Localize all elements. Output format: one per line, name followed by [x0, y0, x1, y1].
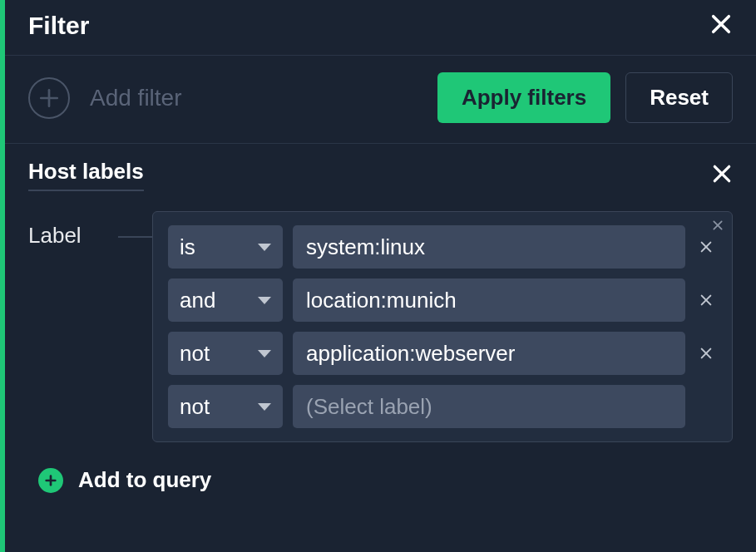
remove-rule-button[interactable]: [695, 342, 717, 365]
rule-row: issystem:linux: [168, 225, 717, 269]
operator-select[interactable]: not: [168, 385, 283, 428]
rules-box: issystem:linuxandlocation:munichnotappli…: [152, 211, 733, 442]
close-panel-button[interactable]: [709, 12, 733, 40]
panel-title: Filter: [28, 12, 89, 40]
plus-icon: [38, 468, 63, 493]
operator-select[interactable]: is: [168, 225, 283, 269]
label-connector: [118, 236, 153, 238]
operator-value: and: [180, 288, 215, 313]
label-value-input[interactable]: system:linux: [293, 225, 685, 269]
operator-select[interactable]: not: [168, 332, 283, 375]
toolbar-buttons: Apply filters Reset: [437, 72, 733, 123]
chevron-down-icon: [258, 244, 271, 251]
label-value-input[interactable]: application:webserver: [293, 332, 685, 375]
rule-row: not(Select label): [168, 385, 717, 428]
reset-button[interactable]: Reset: [625, 72, 733, 123]
toolbar: Add filter Apply filters Reset: [5, 55, 756, 144]
operator-value: not: [180, 341, 210, 367]
rule-row: andlocation:munich: [168, 278, 717, 322]
operator-select[interactable]: and: [168, 278, 283, 322]
plus-circle-icon: [28, 77, 70, 119]
filter-panel: Filter Add filter Apply filters Reset Ho…: [0, 0, 756, 552]
section-header: Host labels: [28, 159, 733, 191]
section-title: Host labels: [28, 159, 144, 191]
label-value-input[interactable]: location:munich: [293, 278, 685, 322]
operator-value: is: [180, 234, 195, 260]
panel-header: Filter: [5, 0, 756, 55]
chevron-down-icon: [258, 350, 271, 357]
label-caption: Label: [28, 211, 118, 249]
chevron-down-icon: [258, 403, 271, 411]
remove-rule-button[interactable]: [695, 235, 717, 259]
label-value-input[interactable]: (Select label): [293, 385, 685, 428]
operator-value: not: [180, 394, 210, 420]
remove-section-button[interactable]: [711, 162, 733, 189]
add-to-query-button[interactable]: Add to query: [28, 442, 733, 493]
label-row-area: Label issystem:linuxandlocation:munichno…: [28, 211, 733, 442]
rule-row: notapplication:webserver: [168, 332, 717, 375]
host-labels-section: Host labels Label issystem:linuxandlocat…: [5, 144, 756, 493]
remove-rule-button[interactable]: [695, 288, 717, 312]
rules-box-close-button[interactable]: [712, 217, 724, 234]
add-to-query-label: Add to query: [78, 467, 211, 493]
chevron-down-icon: [258, 297, 271, 304]
apply-filters-button[interactable]: Apply filters: [437, 72, 610, 123]
add-filter-button[interactable]: Add filter: [28, 77, 182, 119]
add-filter-label: Add filter: [90, 85, 182, 111]
